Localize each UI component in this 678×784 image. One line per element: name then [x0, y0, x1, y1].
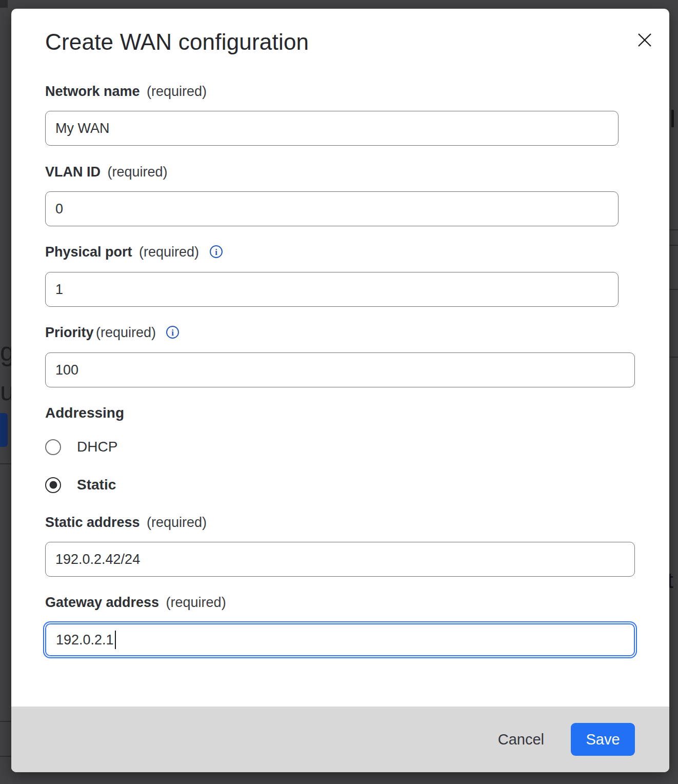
radio-label: DHCP [77, 439, 117, 455]
gateway-address-input[interactable]: 192.0.2.1 [45, 623, 635, 656]
gateway-address-value: 192.0.2.1 [56, 632, 114, 648]
radio-circle-icon[interactable] [45, 477, 61, 493]
background-corner [0, 0, 8, 8]
radio-label: Static [77, 477, 116, 493]
modal-footer: Cancel Save [11, 707, 669, 772]
info-icon[interactable]: i [166, 325, 180, 341]
info-icon[interactable]: i [209, 245, 223, 261]
create-wan-modal: Create WAN configuration Network name (r… [11, 9, 669, 772]
required-hint: (required) [139, 244, 199, 260]
modal-title: Create WAN configuration [45, 29, 309, 55]
field-label: VLAN ID [45, 164, 101, 180]
physical-port-input[interactable] [45, 272, 619, 307]
required-hint: (required) [166, 595, 226, 610]
static-address-label: Static address (required) [45, 515, 207, 531]
close-icon[interactable] [631, 27, 658, 54]
background-line [0, 463, 11, 464]
gateway-address-label: Gateway address (required) [45, 595, 226, 611]
vlan-id-input[interactable] [45, 191, 619, 226]
background-line [669, 289, 678, 290]
radio-static[interactable]: Static [45, 477, 116, 493]
field-label: Network name [45, 84, 140, 99]
network-name-input[interactable] [45, 111, 619, 146]
cancel-button[interactable]: Cancel [496, 727, 546, 752]
background-line [669, 245, 678, 246]
physical-port-label: Physical port (required) i [45, 244, 223, 261]
static-address-input[interactable] [45, 542, 635, 577]
background-line [669, 357, 678, 358]
save-button[interactable]: Save [571, 723, 635, 756]
required-hint: (required) [96, 325, 156, 340]
required-hint: (required) [107, 164, 167, 180]
background-line [0, 721, 11, 722]
close-icon-glyph [635, 30, 654, 50]
background-line [669, 229, 678, 230]
required-hint: (required) [147, 84, 207, 99]
field-label: Physical port [45, 244, 132, 260]
priority-label: Priority (required) i [45, 325, 180, 341]
addressing-heading: Addressing [45, 405, 124, 421]
required-hint: (required) [147, 515, 207, 530]
radio-dhcp[interactable]: DHCP [45, 439, 117, 455]
field-label: Static address [45, 515, 140, 530]
network-name-label: Network name (required) [45, 84, 207, 100]
text-cursor [115, 631, 116, 649]
vlan-id-label: VLAN ID (required) [45, 164, 168, 180]
background-button-fragment [0, 413, 8, 447]
field-label: Priority [45, 325, 94, 340]
background-line [0, 756, 11, 757]
priority-input[interactable] [45, 352, 635, 387]
radio-circle-icon[interactable] [45, 439, 61, 455]
background-text-fragment [671, 110, 674, 127]
svg-text:i: i [215, 247, 217, 257]
field-label: Gateway address [45, 595, 159, 610]
svg-text:i: i [172, 328, 174, 338]
